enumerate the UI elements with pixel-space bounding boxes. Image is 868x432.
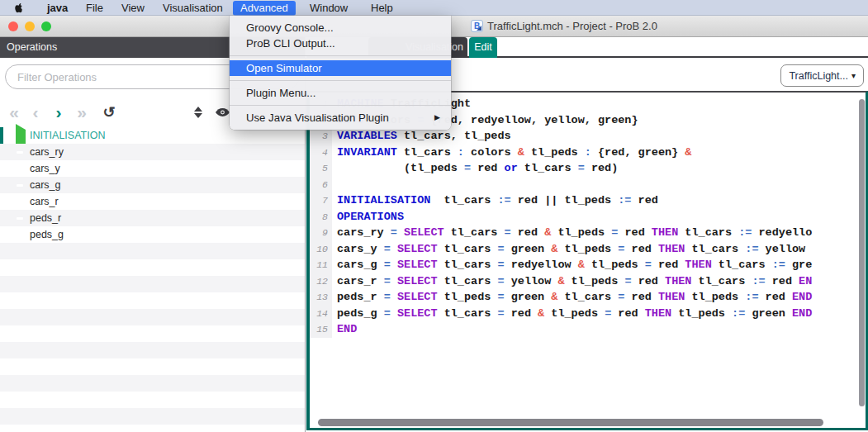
- code-editor[interactable]: 1MACHINE TrafficLight2SETS colors = {red…: [306, 91, 868, 430]
- line-number: 6: [310, 177, 332, 193]
- menu-item-prob-cli-output[interactable]: ProB CLI Output...: [230, 36, 451, 51]
- operation-label: cars_y: [30, 163, 60, 174]
- prob2-window: javaFileViewVisualisationAdvancedWindowH…: [0, 0, 868, 432]
- code-text: OPERATIONS: [337, 209, 404, 225]
- code-line-10: 10cars_y = SELECT tl_cars = green & tl_p…: [310, 241, 855, 258]
- history-fast-back-icon[interactable]: «: [5, 99, 23, 126]
- tab-edit[interactable]: Edit: [469, 37, 497, 58]
- menu-item-groovy-console[interactable]: Groovy Console...: [230, 20, 451, 36]
- menu-item-open-simulator[interactable]: Open Simulator: [230, 60, 451, 76]
- editor-vertical-scrollbar[interactable]: [859, 99, 865, 406]
- operation-row-cars-ry[interactable]: cars_ry: [0, 144, 305, 160]
- operation-row-cars-g[interactable]: cars_g: [0, 177, 305, 193]
- play-icon: [14, 130, 26, 141]
- apple-icon[interactable]: [13, 2, 25, 13]
- code-text: cars_y = SELECT tl_cars = green & tl_ped…: [337, 241, 805, 258]
- menubar-item-view[interactable]: View: [114, 0, 152, 16]
- caret-down-icon: ▾: [851, 71, 856, 80]
- selected-indicator: [0, 127, 3, 144]
- code-line-4: 4INVARIANT tl_cars : colors & tl_peds : …: [310, 145, 855, 161]
- code-text: (tl_peds = red or tl_cars = red): [337, 160, 618, 177]
- operation-row-peds-g[interactable]: peds_g: [0, 226, 305, 243]
- menubar-item-file[interactable]: File: [78, 0, 111, 16]
- code-pane: 1MACHINE TrafficLight2SETS colors = {red…: [310, 96, 855, 338]
- code-text: cars_r = SELECT tl_cars = yellow & tl_pe…: [337, 273, 812, 290]
- line-number: 11: [310, 257, 332, 273]
- disabled-icon: [14, 146, 26, 158]
- menubar-item-visualisation[interactable]: Visualisation: [155, 0, 230, 16]
- code-text: END: [337, 321, 357, 338]
- operation-label: peds_g: [30, 229, 64, 240]
- menu-separator: [230, 80, 451, 81]
- operation-label: cars_ry: [30, 146, 64, 158]
- minimize-button[interactable]: [25, 21, 35, 31]
- operation-row-cars-r[interactable]: cars_r: [0, 193, 305, 210]
- eye-icon[interactable]: [213, 99, 231, 126]
- code-line-5: 5 (tl_peds = red or tl_cars = red): [310, 160, 855, 177]
- code-line-6: 6: [310, 177, 855, 193]
- operation-label: cars_g: [30, 179, 61, 191]
- line-number: 13: [310, 289, 332, 306]
- operation-row-cars-y[interactable]: cars_y: [0, 160, 305, 177]
- code-line-7: 7INITIALISATION tl_cars := red || tl_ped…: [310, 192, 855, 209]
- code-line-14: 14peds_g = SELECT tl_cars = red & tl_ped…: [310, 306, 855, 322]
- history-forward-icon[interactable]: ›: [51, 99, 66, 126]
- sort-icon[interactable]: [192, 99, 205, 126]
- menu-item-use-java-visualisation-plugin[interactable]: Use Java Visualisation Plugin▶: [230, 110, 451, 126]
- disabled-icon: [14, 196, 26, 207]
- list-empty-row: [0, 276, 305, 292]
- list-empty-row: [0, 325, 305, 342]
- line-number: 8: [310, 209, 332, 225]
- line-number: 7: [310, 192, 332, 209]
- code-text: cars_g = SELECT tl_cars = redyellow & tl…: [337, 257, 812, 273]
- list-empty-row: [0, 292, 305, 309]
- line-number: 10: [310, 241, 332, 258]
- code-line-3: 3VARIABLES tl_cars, tl_peds: [310, 128, 855, 145]
- close-button[interactable]: [8, 21, 18, 31]
- editor-horizontal-scrollbar[interactable]: [318, 419, 823, 426]
- code-line-13: 13peds_r = SELECT tl_peds = green & tl_c…: [310, 289, 855, 306]
- menubar-item-help[interactable]: Help: [363, 0, 401, 16]
- code-text: peds_g = SELECT tl_cars = red & tl_peds …: [337, 306, 812, 322]
- operations-list: INITIALISATIONcars_rycars_ycars_gcars_rp…: [0, 127, 305, 425]
- list-empty-row: [0, 392, 305, 408]
- code-text: cars_ry = SELECT tl_cars = red & tl_peds…: [337, 225, 812, 241]
- line-number: 3: [310, 128, 332, 145]
- history-back-icon[interactable]: ‹: [28, 99, 43, 126]
- list-empty-row: [0, 309, 305, 325]
- machine-selector-label: TrafficLight...: [789, 70, 848, 82]
- menubar-item-window[interactable]: Window: [302, 0, 355, 16]
- operation-label: INITIALISATION: [30, 130, 105, 141]
- code-text: VARIABLES tl_cars, tl_peds: [337, 128, 511, 145]
- reload-icon[interactable]: ↺: [101, 99, 117, 126]
- code-line-8: 8OPERATIONS: [310, 209, 855, 225]
- code-line-9: 9cars_ry = SELECT tl_cars = red & tl_ped…: [310, 225, 855, 241]
- history-fast-forward-icon[interactable]: »: [73, 99, 91, 126]
- menu-separator: [230, 55, 451, 56]
- disabled-icon: [14, 229, 26, 240]
- list-empty-row: [0, 408, 305, 425]
- menubar-item-advanced[interactable]: Advanced: [233, 1, 296, 16]
- operation-row-initialisation[interactable]: INITIALISATION: [0, 127, 305, 144]
- list-empty-row: [0, 375, 305, 392]
- prob-b-icon: B: [471, 20, 483, 32]
- menu-item-plugin-menu[interactable]: Plugin Menu...: [230, 85, 451, 101]
- list-empty-row: [0, 259, 305, 276]
- line-number: 4: [310, 145, 332, 161]
- line-number: 14: [310, 306, 332, 322]
- operation-row-peds-r[interactable]: peds_r: [0, 210, 305, 226]
- code-line-15: 15END: [310, 321, 855, 338]
- zoom-button[interactable]: [41, 21, 51, 31]
- advanced-menu-dropdown: Groovy Console...ProB CLI Output...Open …: [230, 16, 451, 130]
- code-line-12: 12cars_r = SELECT tl_cars = yellow & tl_…: [310, 273, 855, 290]
- line-number: 15: [310, 321, 332, 338]
- window-title: TrafficLight.mch - Project - ProB 2.0: [487, 20, 657, 32]
- code-text: INVARIANT tl_cars : colors & tl_peds : {…: [337, 145, 691, 161]
- menubar-item-java[interactable]: java: [40, 0, 75, 16]
- submenu-arrow-icon: ▶: [434, 110, 440, 126]
- machine-selector-button[interactable]: TrafficLight... ▾: [780, 64, 864, 87]
- line-number: 12: [310, 273, 332, 290]
- code-text: peds_r = SELECT tl_peds = green & tl_car…: [337, 289, 812, 306]
- disabled-icon: [14, 163, 26, 174]
- operation-label: cars_r: [30, 196, 59, 207]
